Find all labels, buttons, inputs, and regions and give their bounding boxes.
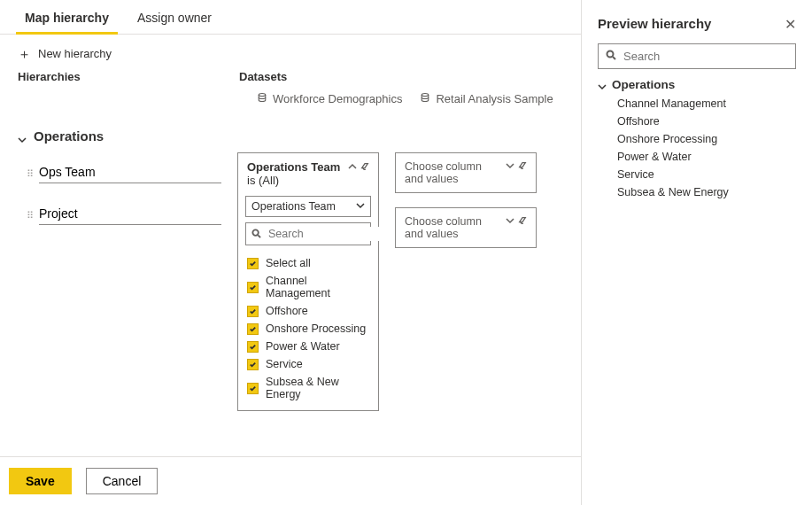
hierarchy-section-header[interactable]: Operations: [0, 113, 581, 152]
tree-item[interactable]: Service: [617, 166, 796, 183]
toolbar: ＋ New hierarchy: [0, 35, 581, 66]
main-panel: Map hierarchy Assign owner ＋ New hierarc…: [0, 0, 582, 505]
header-hierarchies: Hierarchies: [18, 70, 239, 83]
close-icon[interactable]: ✕: [785, 16, 796, 33]
dataset-icon: [420, 92, 430, 105]
level-row: ⠿: [27, 203, 221, 225]
preview-title: Preview hierarchy: [598, 16, 796, 31]
preview-search[interactable]: [598, 43, 796, 69]
svg-line-3: [258, 235, 260, 237]
tree-item[interactable]: Subsea & New Energy: [617, 183, 796, 201]
chevron-down-icon[interactable]: [506, 215, 514, 228]
level-row: ⠿: [27, 161, 221, 183]
filter-values-list: Select all Channel Management Offshore O…: [238, 251, 378, 410]
chevron-down-icon: [356, 200, 365, 213]
new-hierarchy-label: New hierarchy: [38, 47, 112, 60]
filter-card-collapsed[interactable]: Choose column and values: [395, 152, 537, 193]
tab-map-hierarchy[interactable]: Map hierarchy: [11, 0, 123, 34]
dataset-icon: [257, 92, 267, 105]
preview-search-input[interactable]: [622, 49, 788, 64]
chevron-down-icon: [18, 132, 27, 141]
filter-card-header[interactable]: Operations Team is (All): [238, 153, 378, 194]
plus-icon: ＋: [18, 47, 31, 60]
clear-filter-icon[interactable]: [518, 160, 527, 173]
datasets-row: Workforce Demographics Retail Analysis S…: [0, 89, 581, 113]
tree-children: Channel Management Offshore Onshore Proc…: [617, 95, 796, 201]
tree-item[interactable]: Power & Water: [617, 148, 796, 166]
column-select[interactable]: Operations Team: [245, 196, 371, 217]
clear-filter-icon[interactable]: [518, 215, 527, 228]
filter-value-item[interactable]: Power & Water: [245, 338, 371, 355]
footer: Save Cancel: [0, 456, 581, 505]
chevron-up-icon[interactable]: [348, 160, 357, 174]
filter-card-collapsed[interactable]: Choose column and values: [395, 207, 537, 248]
checkbox-checked-icon[interactable]: [247, 383, 259, 394]
filter-value-item[interactable]: Offshore: [245, 302, 371, 320]
filter-value-item[interactable]: Onshore Processing: [245, 320, 371, 338]
dataset-label: Workforce Demographics: [273, 92, 402, 105]
tree-item[interactable]: Offshore: [617, 113, 796, 130]
svg-point-2: [252, 229, 258, 235]
filter-search-input[interactable]: [267, 227, 409, 241]
drag-handle-icon[interactable]: ⠿: [27, 168, 32, 183]
tree-root[interactable]: Operations: [598, 78, 796, 91]
checkbox-checked-icon[interactable]: [247, 258, 259, 269]
cancel-button[interactable]: Cancel: [86, 468, 159, 494]
app-root: Map hierarchy Assign owner ＋ New hierarc…: [0, 0, 812, 505]
filter-placeholder: Choose column and values: [405, 215, 482, 240]
tabs: Map hierarchy Assign owner: [0, 0, 581, 35]
svg-line-5: [613, 57, 615, 59]
tree-root-label: Operations: [612, 78, 675, 91]
svg-point-0: [259, 94, 266, 97]
filter-value-item[interactable]: Subsea & New Energy: [245, 373, 371, 403]
filter-value-item[interactable]: Channel Management: [245, 272, 371, 302]
tree-item[interactable]: Channel Management: [617, 95, 796, 113]
column-select-label: Operations Team: [251, 200, 336, 213]
tab-assign-owner[interactable]: Assign owner: [123, 0, 226, 34]
dataset-item[interactable]: Retail Analysis Sample: [420, 92, 553, 105]
checkbox-checked-icon[interactable]: [247, 306, 259, 317]
hierarchy-grid: ⠿ ⠿ Operations Team is (All): [0, 152, 581, 411]
checkbox-checked-icon[interactable]: [247, 341, 259, 353]
dataset-label: Retail Analysis Sample: [436, 92, 553, 105]
filter-value-item[interactable]: Select all: [245, 254, 371, 272]
filter-search[interactable]: [245, 222, 371, 245]
new-hierarchy-button[interactable]: ＋ New hierarchy: [18, 47, 112, 60]
svg-point-1: [422, 94, 429, 97]
level-name-input[interactable]: [39, 161, 221, 183]
drag-handle-icon[interactable]: ⠿: [27, 210, 32, 225]
level-name-input[interactable]: [39, 203, 221, 225]
checkbox-checked-icon[interactable]: [247, 323, 259, 335]
level-list: ⠿ ⠿: [18, 152, 221, 245]
filter-card-expanded: Operations Team is (All) Operations Team: [237, 152, 379, 411]
filter-value-item[interactable]: Service: [245, 355, 371, 373]
search-icon: [251, 228, 261, 241]
hierarchy-name: Operations: [34, 128, 104, 144]
search-icon: [606, 50, 616, 63]
clear-filter-icon[interactable]: [360, 160, 369, 174]
save-button[interactable]: Save: [9, 468, 72, 494]
column-headers: Hierarchies Datasets: [0, 66, 581, 89]
filter-placeholder: Choose column and values: [405, 160, 482, 185]
tree-item[interactable]: Onshore Processing: [617, 130, 796, 148]
preview-panel: ✕ Preview hierarchy Operations Channel M…: [582, 0, 812, 505]
chevron-down-icon: [598, 81, 607, 89]
header-datasets: Datasets: [239, 70, 563, 83]
dataset-item[interactable]: Workforce Demographics: [257, 92, 402, 105]
checkbox-checked-icon[interactable]: [247, 282, 259, 293]
checkbox-checked-icon[interactable]: [247, 359, 259, 370]
chevron-down-icon[interactable]: [506, 160, 514, 173]
svg-point-4: [607, 51, 614, 58]
filter-summary: Operations Team is (All): [247, 160, 340, 187]
